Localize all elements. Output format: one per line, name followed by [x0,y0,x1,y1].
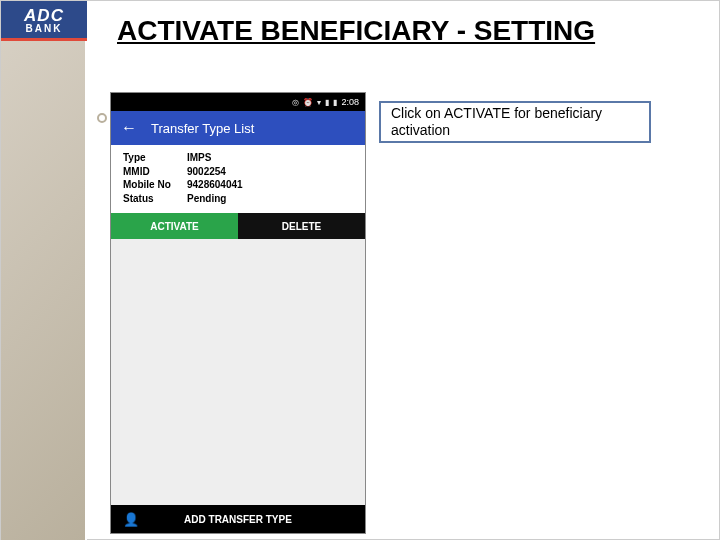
info-label: Type [123,151,187,165]
info-value: 9002254 [187,165,226,179]
info-row-mmid: MMID 9002254 [123,165,353,179]
slide-background: ADC BANK ACTIVATE BENEFICIARY - SETTING … [0,0,720,540]
beneficiary-info-block: Type IMPS MMID 9002254 Mobile No 9428604… [111,145,365,213]
add-transfer-type-label: ADD TRANSFER TYPE [184,514,292,525]
add-transfer-type-button[interactable]: 👤 ADD TRANSFER TYPE [111,505,365,533]
info-value: Pending [187,192,226,206]
back-arrow-icon[interactable]: ← [121,120,137,136]
logo-text-bottom: BANK [26,24,63,34]
page-title: ACTIVATE BENEFICIARY - SETTING [117,15,595,47]
callout-marker-dot [97,113,107,123]
alarm-icon: ⏰ [303,98,313,107]
person-icon: 👤 [123,512,139,527]
phone-body-empty-area [111,239,365,505]
info-row-type: Type IMPS [123,151,353,165]
info-row-status: Status Pending [123,192,353,206]
battery-icon: ▮ [333,98,337,107]
info-value: IMPS [187,151,211,165]
delete-button-label: DELETE [282,221,321,232]
activate-button[interactable]: ACTIVATE [111,213,238,239]
app-bar-title: Transfer Type List [151,121,254,136]
callout-box: Click on ACTIVATE for beneficiary activa… [379,101,651,143]
phone-mockup: ◎ ⏰ ▾ ▮ ▮ 2:08 ← Transfer Type List Type… [111,93,365,533]
info-row-mobile: Mobile No 9428604041 [123,178,353,192]
action-button-row: ACTIVATE DELETE [111,213,365,239]
signal-icon: ▮ [325,98,329,107]
nfc-icon: ◎ [292,98,299,107]
left-decorative-band [1,1,87,540]
app-bar: ← Transfer Type List [111,111,365,145]
info-label: Status [123,192,187,206]
activate-button-label: ACTIVATE [150,221,199,232]
status-time: 2:08 [341,97,359,107]
logo: ADC BANK [1,1,87,41]
logo-text-top: ADC [24,7,64,24]
status-bar: ◎ ⏰ ▾ ▮ ▮ 2:08 [111,93,365,111]
callout-text: Click on ACTIVATE for beneficiary activa… [391,105,639,139]
delete-button[interactable]: DELETE [238,213,365,239]
info-label: MMID [123,165,187,179]
wifi-icon: ▾ [317,98,321,107]
info-value: 9428604041 [187,178,243,192]
info-label: Mobile No [123,178,187,192]
